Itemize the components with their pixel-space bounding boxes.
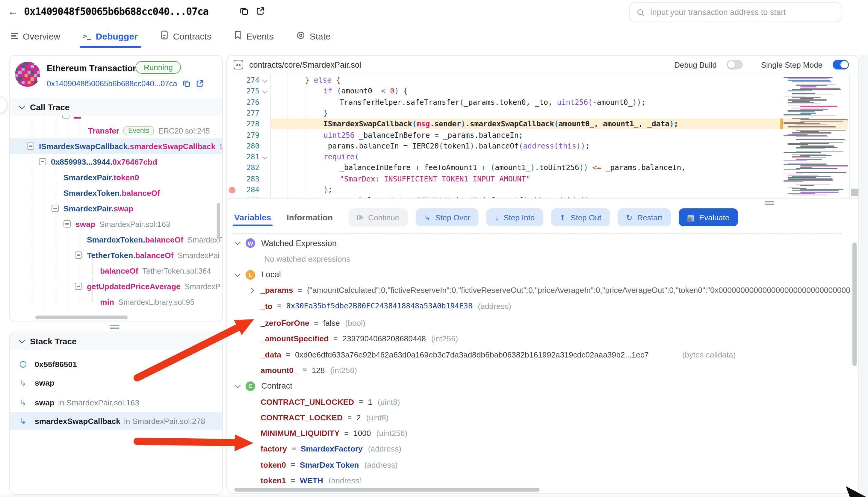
variables-horizontal-scrollbar[interactable] [234,488,540,492]
chevron-right-icon[interactable] [249,288,254,293]
call-trace-row[interactable]: TransferEventsERC20.sol:245 [10,123,222,138]
editor-scrollbar-thumb[interactable] [851,189,858,196]
fold-chevron-icon[interactable] [262,78,267,83]
call-trace-vertical-scrollbar[interactable] [217,203,220,239]
code-line[interactable]: 280_params.balanceIn = IERC20(token1).ba… [227,141,858,152]
back-arrow-icon[interactable]: ← [8,6,18,18]
variable-row[interactable]: amount0_=128(int256) [227,363,850,378]
code-line[interactable]: 285_params.balanceOut = IERC20(token0).b… [227,196,858,199]
code-line[interactable]: 276TransferHelper.safeTransfer(_params.t… [227,97,858,108]
tab-state[interactable]: State [289,25,338,47]
call-trace-row[interactable]: 0x859993...3944.0x76467cbd [10,154,222,169]
line-number[interactable]: 278 [227,118,260,130]
transaction-address-link[interactable]: 0x1409048f50065b6b688cc040...07ca [47,79,204,88]
line-number[interactable]: 280 [227,141,260,152]
collapse-box[interactable] [52,205,59,212]
step-over-button[interactable]: ↳Step Over [416,208,479,226]
tab-variables[interactable]: Variables [233,213,272,222]
line-number[interactable]: 274 [227,75,260,86]
fold-chevron-icon[interactable] [262,89,267,94]
code-line[interactable]: 279uint256 _balanceInBefore = _params.ba… [227,130,858,141]
call-trace-row[interactable]: SmardexToken.balanceOfSmardexP [10,232,222,247]
variable-row[interactable]: CONTRACT_UNLOCKED=1(uint8) [227,394,850,410]
line-number[interactable]: 283 [227,173,260,184]
copy-icon[interactable] [183,80,191,87]
variable-row[interactable]: _to=0x30Ea35bf5dbe2B80FC2438418848a53A0b… [227,298,850,314]
call-trace-row[interactable]: swapSmardexPair.sol:163 [10,216,222,232]
tab-events[interactable]: Events [227,25,281,47]
call-trace-row[interactable]: balanceOfTetherToken.sol:364 [10,263,222,279]
variable-row[interactable]: factory=SmardexFactory(address) [227,441,850,457]
editor-vertical-scrollbar[interactable] [850,74,858,199]
step-out-button[interactable]: ↥Step Out [551,208,610,226]
call-trace-header[interactable]: Call Trace [10,98,222,116]
code-line[interactable]: 284); [227,184,858,196]
line-number[interactable]: 275 [227,86,260,97]
line-number[interactable]: 282 [227,162,260,174]
evaluate-button[interactable]: ▦Evaluate [678,208,738,226]
line-number[interactable]: 285 [227,196,260,199]
minimap[interactable] [780,77,848,196]
variable-section-watched-expression[interactable]: WWatched Expression [227,235,850,251]
call-trace-row[interactable]: getUpdatedPriceAverageSmardexP [10,279,222,294]
call-trace-row[interactable]: ISmardexSwapCallback.smardexSwapCallback… [10,138,222,154]
call-trace-horizontal-scrollbar[interactable] [36,315,128,319]
tab-overview[interactable]: Overview [4,25,67,47]
code-line[interactable]: 277} [227,108,858,119]
transaction-address[interactable]: 0x1409048f50065b6b688cc040...07ca [47,79,177,88]
single-step-mode-toggle[interactable] [832,60,849,69]
breakpoint-icon[interactable] [229,186,235,193]
collapse-box[interactable] [64,221,71,228]
call-trace-row[interactable]: minSmardexLibrary.sol:95 [10,294,222,310]
panel-resize-handle[interactable] [110,325,119,329]
code-resize-handle[interactable] [765,201,774,205]
code-line[interactable]: 283"SmarDex: INSUFFICIENT_TOKEN1_INPUT_A… [227,173,858,184]
line-number[interactable]: 276 [227,97,260,108]
debug-build-toggle[interactable] [727,60,743,69]
variables-vertical-scrollbar[interactable] [852,242,857,366]
external-link-icon[interactable] [196,80,204,87]
code-editor[interactable]: 274} else {275if (amount0_ < 0) {276Tran… [227,74,858,199]
collapse-box[interactable] [39,158,46,165]
copy-icon[interactable] [240,6,249,16]
line-number[interactable]: 279 [227,130,260,141]
variable-row[interactable]: _amountSpecified=2397904068208680448(int… [227,331,850,347]
code-line[interactable]: 274} else { [227,75,858,86]
call-trace-row[interactable]: SmardexToken.balanceOf [10,185,222,201]
search-input[interactable] [650,8,835,17]
stack-frame[interactable]: ↳swap [10,374,222,392]
variable-row[interactable]: CONTRACT_LOCKED=2(uint8) [227,410,850,425]
call-trace-row[interactable]: SmardexPair.token0 [10,169,222,185]
fold-chevron-icon[interactable] [262,155,267,159]
external-link-icon[interactable] [256,6,265,16]
code-line[interactable]: 278ISmardexSwapCallback(msg.sender).smar… [227,118,858,130]
line-number[interactable]: 277 [227,108,260,119]
collapse-box[interactable] [75,252,82,259]
variable-section-contract[interactable]: CContract [227,378,850,394]
tab-information[interactable]: Information [285,213,334,222]
variable-row[interactable]: _zeroForOne=false(bool) [227,315,850,331]
variable-row[interactable]: _params={"amountCalculated":0,"fictiveRe… [227,283,850,298]
line-number[interactable]: 281 [227,152,260,162]
stack-frame[interactable]: ↳smardexSwapCallbackin SmardexPair.sol:2… [10,412,222,430]
call-trace-row[interactable]: TetherToken.balanceOfSmardexPai [10,247,222,263]
step-into-button[interactable]: ↓Step Into [487,208,543,226]
variable-row[interactable]: token0=SmarDex Token(address) [227,457,850,472]
variable-row[interactable]: token1=WETH(address) [227,473,850,483]
variable-row[interactable]: _data=0xd0e6dfd633a76e92b462a63d0a169eb3… [227,347,850,362]
tab-contracts[interactable]: Contracts [153,25,219,47]
stack-frame[interactable]: ↳swapin SmardexPair.sol:163 [10,394,222,411]
edge-floating-button[interactable] [0,97,8,113]
tab-debugger[interactable]: >_Debugger [76,25,145,47]
stack-trace-header[interactable]: Stack Trace [10,332,222,350]
variable-section-local[interactable]: LLocal [227,267,850,282]
collapse-box[interactable] [75,283,82,290]
variable-row[interactable]: MINIMUM_LIQUIDITY=1000(uint256) [227,425,850,441]
code-line[interactable]: 275if (amount0_ < 0) { [227,86,858,97]
stack-frame[interactable]: 0x55f86501 [10,355,222,373]
restart-button[interactable]: ↻Restart [618,208,671,226]
code-line[interactable]: 282_balanceInBefore + feeToAmount1 + (am… [227,162,858,174]
call-trace-row[interactable]: SmardexPair.swap [10,201,222,216]
collapse-box[interactable] [27,143,34,150]
code-line[interactable]: 281require( [227,152,858,162]
